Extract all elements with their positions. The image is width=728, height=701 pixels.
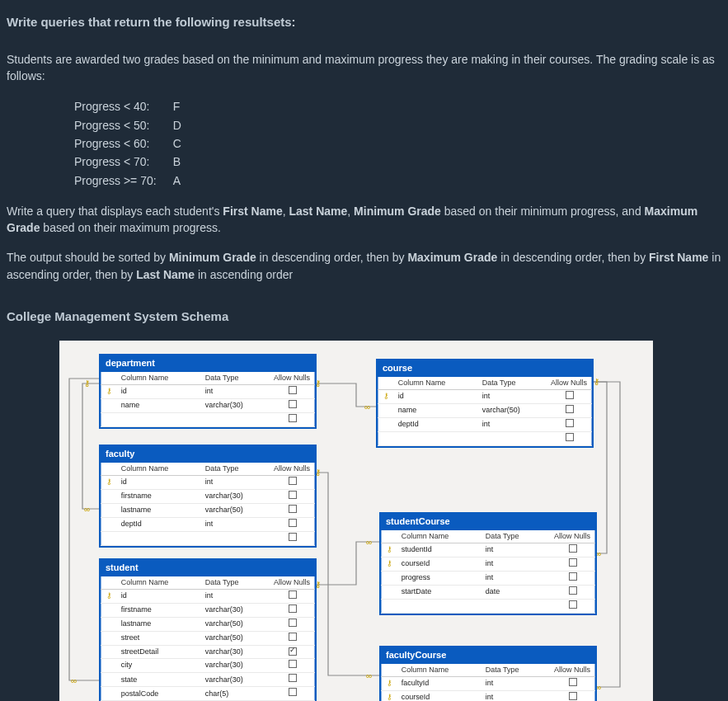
column-type: int: [482, 676, 551, 690]
text: The output should be sorted by: [7, 251, 169, 264]
db-column-row: postalCodechar(5): [101, 687, 315, 701]
bold-first-name: First Name: [649, 251, 708, 264]
col-header-nulls: Allow Nulls: [270, 372, 315, 385]
allow-nulls-checkbox: [569, 692, 577, 700]
db-column-row: ⚷idint: [101, 475, 315, 489]
db-column-row: ⚷facultyIdint: [381, 676, 595, 690]
col-header-nulls: Allow Nulls: [270, 576, 315, 590]
col-header-type: Data Type: [202, 463, 270, 476]
schema-heading: College Management System Schema: [7, 308, 721, 326]
allow-nulls-checkbox: [289, 477, 297, 485]
bold-max-grade: Maximum Grade: [407, 251, 497, 264]
col-header-type: Data Type: [202, 576, 270, 590]
db-column-row: ⚷courseIdint: [381, 690, 595, 701]
column-name: [118, 531, 202, 545]
allow-nulls-checkbox: [289, 414, 297, 422]
db-column-row: firstnamevarchar(30): [101, 489, 315, 503]
column-name: city: [118, 658, 202, 672]
db-table-columns: Column NameData TypeAllow Nulls⚷idintnam…: [378, 377, 592, 446]
db-table-columns: Column NameData TypeAllow Nulls⚷studentI…: [381, 530, 595, 614]
db-column-row: lastnamevarchar(50): [101, 617, 315, 631]
scale-grade: F: [173, 97, 198, 115]
db-column-row: ⚷idint: [101, 589, 315, 603]
column-name: [395, 431, 479, 445]
allow-nulls-checkbox: [289, 647, 297, 656]
db-table-columns: Column NameData TypeAllow Nulls⚷idintfir…: [101, 463, 315, 546]
key-icon: ⚷: [387, 559, 392, 567]
tables-container: departmentColumn NameData TypeAllow Null…: [66, 347, 646, 701]
allow-nulls-checkbox: [289, 505, 297, 513]
column-name: name: [118, 398, 202, 412]
allow-nulls-checkbox: [569, 600, 577, 609]
db-column-row: namevarchar(30): [101, 398, 315, 412]
scale-grade: C: [173, 134, 198, 153]
allow-nulls-checkbox: [569, 572, 577, 581]
allow-nulls-checkbox: [289, 605, 297, 613]
column-type: int: [202, 475, 270, 489]
column-name: id: [118, 384, 202, 398]
page: Write queries that return the following …: [0, 0, 728, 701]
allow-nulls-checkbox: [289, 674, 297, 682]
column-type: char(5): [202, 687, 270, 701]
allow-nulls-checkbox: [569, 678, 577, 686]
db-column-row: progressint: [381, 571, 595, 585]
column-name: id: [118, 475, 202, 489]
column-type: [202, 531, 270, 545]
text: ,: [347, 205, 354, 218]
key-icon: ⚷: [387, 693, 392, 701]
col-header-name: Column Name: [395, 377, 479, 390]
column-type: varchar(30): [202, 645, 270, 658]
scale-row: Progress < 50:D: [74, 116, 198, 134]
scale-grade: A: [173, 172, 198, 190]
allow-nulls-checkbox: [289, 386, 297, 394]
col-header-type: Data Type: [202, 372, 270, 385]
db-column-row: startDatedate: [381, 585, 595, 599]
db-column-row: cityvarchar(30): [101, 658, 315, 672]
text: in descending order, then by: [260, 251, 408, 264]
key-icon: ⚷: [387, 679, 392, 687]
db-table-columns: Column NameData TypeAllow Nulls⚷facultyI…: [381, 664, 595, 701]
query-paragraph: Write a query that displays each student…: [7, 203, 721, 237]
db-column-row: deptIdint: [101, 517, 315, 531]
column-name: firstname: [118, 489, 202, 503]
column-type: varchar(50): [479, 403, 547, 417]
scale-row: Progress >= 70:A: [74, 172, 198, 190]
column-type: varchar(30): [202, 398, 270, 412]
column-type: int: [479, 417, 547, 431]
allow-nulls-checkbox: [289, 590, 297, 599]
column-name: [398, 599, 482, 613]
col-header-name: Column Name: [398, 530, 482, 543]
column-type: int: [482, 543, 551, 557]
col-header-name: Column Name: [398, 664, 482, 677]
allow-nulls-checkbox: [569, 558, 577, 567]
scale-range: Progress < 40:: [74, 97, 173, 115]
col-header-name: Column Name: [118, 372, 202, 385]
scale-row: Progress < 40:F: [74, 97, 198, 115]
column-type: [479, 431, 547, 445]
column-type: int: [202, 384, 270, 398]
db-column-row: statevarchar(30): [101, 673, 315, 687]
allow-nulls-checkbox: [289, 660, 297, 668]
col-header-name: Column Name: [118, 576, 202, 590]
db-table-columns: Column NameData TypeAllow Nulls⚷idintnam…: [101, 372, 315, 427]
column-name: state: [118, 673, 202, 687]
scale-row: Progress < 70:B: [74, 153, 198, 171]
text: in ascending order: [198, 268, 293, 281]
column-name: name: [395, 403, 479, 417]
column-type: varchar(50): [202, 617, 270, 631]
db-column-row: [101, 412, 315, 426]
allow-nulls-checkbox: [289, 519, 297, 527]
allow-nulls-checkbox: [289, 533, 297, 541]
db-table-department: departmentColumn NameData TypeAllow Null…: [99, 354, 317, 429]
grading-scale-table: Progress < 40:F Progress < 50:D Progress…: [74, 97, 198, 189]
allow-nulls-checkbox: [566, 405, 574, 413]
column-name: lastname: [118, 617, 202, 631]
column-name: courseId: [398, 690, 482, 701]
db-column-row: namevarchar(50): [378, 403, 592, 417]
column-type: [202, 412, 270, 426]
column-name: progress: [398, 571, 482, 585]
column-name: deptId: [395, 417, 479, 431]
db-table-student: studentColumn NameData TypeAllow Nulls⚷i…: [99, 558, 317, 701]
column-name: street: [118, 631, 202, 645]
text: based on their maximum progress.: [43, 221, 221, 234]
